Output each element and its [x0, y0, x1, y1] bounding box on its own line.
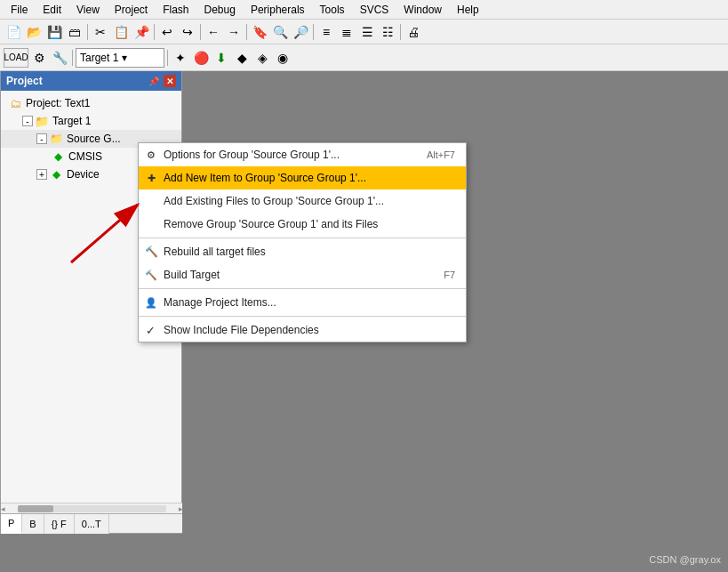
ctx-add-new[interactable]: ✚ Add New Item to Group 'Source Group 1'…	[139, 166, 466, 189]
target-dropdown-value: Target 1	[80, 52, 118, 64]
menubar: File Edit View Project Flash Debug Perip…	[0, 0, 728, 20]
format-btn[interactable]: ☰	[357, 22, 377, 42]
scroll-thumb[interactable]	[18, 505, 53, 512]
menu-window[interactable]: Window	[396, 2, 449, 18]
menu-project[interactable]: Project	[108, 2, 155, 18]
toolbar1: 📄 📂 💾 🗃 ✂ 📋 📌 ↩ ↪ ← → 🔖 🔍 🔎 ≡ ≣ ☰ ☷ 🖨	[0, 20, 728, 44]
target-expand[interactable]: -	[22, 116, 33, 126]
ctx-show-include[interactable]: ✓ Show Include File Dependencies	[139, 318, 466, 342]
flash-btn[interactable]: ◈	[252, 48, 272, 68]
menu-tools[interactable]: Tools	[313, 2, 352, 18]
tree-target[interactable]: - 📁 Target 1	[1, 112, 181, 130]
sep2	[154, 24, 155, 40]
indent-btn[interactable]: ≡	[316, 22, 336, 42]
nav-back-btn[interactable]: ←	[204, 22, 223, 42]
ctx-show-include-label: Show Include File Dependencies	[164, 324, 319, 336]
cut-btn[interactable]: ✂	[91, 22, 110, 42]
project-icon: 🗂	[8, 96, 22, 110]
cmsis-label: CMSIS	[68, 150, 102, 163]
sep4	[246, 24, 247, 40]
bottom-tabs: P B {} F 0...T	[1, 513, 183, 533]
check-icon: ✓	[146, 324, 156, 337]
extra-btn[interactable]: ◉	[273, 48, 292, 68]
add-new-icon: ✚	[144, 171, 158, 185]
target-settings-btn[interactable]: ⚙	[29, 48, 49, 68]
undo-btn[interactable]: ↩	[157, 22, 177, 42]
find-btn[interactable]: 🔍	[270, 22, 290, 42]
sep1	[87, 24, 88, 40]
menu-edit[interactable]: Edit	[36, 2, 68, 18]
load-btn[interactable]: LOAD	[4, 48, 28, 68]
ctx-remove-label: Remove Group 'Source Group 1' and its Fi…	[164, 218, 378, 230]
device-label: Device	[67, 168, 100, 181]
ctx-manage-label: Manage Project Items...	[164, 296, 276, 309]
menu-help[interactable]: Help	[450, 2, 486, 18]
ctx-sep1	[139, 238, 466, 238]
target-icon: 📁	[35, 114, 49, 128]
sep3	[200, 24, 201, 40]
menu-peripherals[interactable]: Peripherals	[244, 2, 312, 18]
comment-btn[interactable]: ☷	[378, 22, 397, 42]
erase-btn[interactable]: ◆	[232, 48, 252, 68]
tab-project[interactable]: P	[1, 514, 22, 534]
cmsis-icon: ◆	[51, 149, 65, 164]
bookmark-btn[interactable]: 🔖	[250, 22, 269, 42]
download-btn[interactable]: ⬇	[212, 48, 231, 68]
options-icon: ⚙	[144, 148, 158, 162]
find2-btn[interactable]: 🔎	[291, 22, 310, 42]
h-scrollbar[interactable]: ◂ ▸	[1, 503, 183, 513]
sep7	[72, 50, 73, 66]
tree-project[interactable]: 🗂 Project: Text1	[1, 94, 181, 112]
new-file-btn[interactable]: 📄	[4, 22, 23, 42]
manage-icon: 👤	[144, 295, 158, 310]
nav-fwd-btn[interactable]: →	[224, 22, 244, 42]
open-btn[interactable]: 📂	[24, 22, 44, 42]
ctx-build[interactable]: 🔨 Build Target F7	[139, 263, 466, 286]
menu-svcs[interactable]: SVCS	[353, 2, 396, 18]
save-btn[interactable]: 💾	[44, 22, 64, 42]
ctx-add-existing[interactable]: Add Existing Files to Group 'Source Grou…	[139, 189, 466, 213]
ctx-options[interactable]: ⚙ Options for Group 'Source Group 1'... …	[139, 143, 466, 166]
device-icon: ◆	[49, 167, 63, 181]
target-dropdown[interactable]: Target 1 ▾	[76, 48, 164, 68]
target-label: Target 1	[52, 115, 91, 127]
project-header-icons: 📌 ✕	[148, 75, 176, 87]
scroll-left-btn[interactable]: ◂	[1, 504, 5, 513]
ctx-build-shortcut: F7	[426, 270, 455, 280]
wizard-btn[interactable]: ✦	[171, 48, 190, 68]
menu-file[interactable]: File	[4, 2, 35, 18]
menu-view[interactable]: View	[69, 2, 107, 18]
source-expand[interactable]: -	[36, 133, 47, 144]
tab-books[interactable]: B	[22, 514, 44, 534]
redo-btn[interactable]: ↪	[178, 22, 197, 42]
copy-btn[interactable]: 📋	[111, 22, 131, 42]
sep6	[400, 24, 401, 40]
project-title: Project	[6, 75, 43, 87]
device-expand[interactable]: +	[36, 169, 47, 180]
toolbar2: LOAD ⚙ 🔧 Target 1 ▾ ✦ 🔴 ⬇ ◆ ◈ ◉	[0, 44, 728, 71]
ctx-remove-group[interactable]: Remove Group 'Source Group 1' and its Fi…	[139, 213, 466, 236]
menu-debug[interactable]: Debug	[197, 2, 243, 18]
scroll-track	[18, 505, 166, 512]
target-add-btn[interactable]: 🔴	[191, 48, 211, 68]
outdent-btn[interactable]: ≣	[337, 22, 356, 42]
save-all-btn[interactable]: 🗃	[65, 22, 84, 42]
ctx-manage[interactable]: 👤 Manage Project Items...	[139, 291, 466, 314]
close-icon[interactable]: ✕	[164, 75, 176, 87]
source-group-label: Source G...	[67, 133, 121, 145]
project-header: Project 📌 ✕	[1, 71, 181, 91]
ctx-rebuild[interactable]: 🔨 Rebuild all target files	[139, 240, 466, 263]
pin-icon[interactable]: 📌	[148, 75, 160, 87]
tab-functions[interactable]: {} F	[44, 514, 75, 534]
sep5	[313, 24, 314, 40]
ctx-build-label: Build Target	[164, 269, 220, 281]
print-btn[interactable]: 🖨	[404, 22, 423, 42]
menu-flash[interactable]: Flash	[156, 2, 196, 18]
context-menu: ⚙ Options for Group 'Source Group 1'... …	[138, 142, 467, 342]
tab-templates[interactable]: 0...T	[75, 514, 109, 534]
debug-settings-btn[interactable]: 🔧	[50, 48, 69, 68]
rebuild-icon: 🔨	[144, 245, 158, 259]
folder-source-icon: 📁	[49, 132, 63, 146]
project-label: Project: Text1	[26, 97, 90, 109]
paste-btn[interactable]: 📌	[132, 22, 151, 42]
